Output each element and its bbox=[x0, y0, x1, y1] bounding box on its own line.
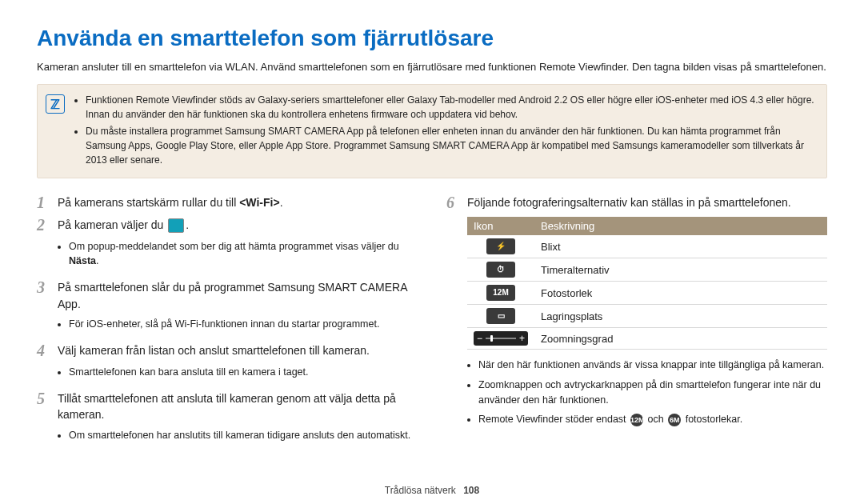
step-3-sub: För iOS-enheter, slå på Wi-Fi-funktionen… bbox=[58, 317, 418, 331]
step-6: 6 Följande fotograferingsalternativ kan … bbox=[446, 193, 827, 212]
step-2-sub: Om popup-meddelandet som ber dig att häm… bbox=[58, 239, 418, 268]
row-desc: Lagringsplats bbox=[534, 305, 827, 328]
step-3-sub-text: För iOS-enheter, slå på Wi-Fi-funktionen… bbox=[69, 317, 418, 331]
remote-viewfinder-icon bbox=[168, 218, 184, 233]
th-icon: Ikon bbox=[467, 217, 534, 235]
step-2-pre: På kameran väljer du bbox=[58, 218, 166, 231]
note-item: Du måste installera programmet Samsung S… bbox=[86, 124, 817, 167]
step-number: 1 bbox=[37, 193, 58, 212]
step-5-sub-text: Om smarttelefonen har anslutits till kam… bbox=[69, 428, 418, 442]
storage-icon: ▭ bbox=[486, 308, 515, 324]
step-3-text: På smarttelefonen slår du på programmet … bbox=[58, 278, 418, 312]
table-row: ⚡ Blixt bbox=[467, 235, 827, 258]
options-table: Ikon Beskrivning ⚡ Blixt ⏱ Timeralternat… bbox=[467, 217, 827, 350]
row-desc: Zoomningsgrad bbox=[534, 328, 827, 350]
step-1-post: . bbox=[280, 196, 283, 209]
step-1-bold: <Wi-Fi> bbox=[239, 196, 279, 209]
step-2-sub-post: . bbox=[96, 255, 98, 266]
row-desc: Blixt bbox=[534, 235, 827, 258]
rn3-mid: och bbox=[645, 414, 666, 425]
step-2-sub-text: Om popup-meddelandet som ber dig att häm… bbox=[69, 241, 399, 252]
step-4-sub-text: Smarttelefonen kan bara ansluta till en … bbox=[69, 365, 418, 379]
step-4: 4 Välj kameran från listan och anslut sm… bbox=[37, 341, 418, 360]
right-column: 6 Följande fotograferingsalternativ kan … bbox=[446, 193, 827, 452]
step-2-post: . bbox=[186, 218, 189, 231]
step-number: 4 bbox=[37, 341, 58, 360]
note-box: ℤ Funktionen Remote Viewfinder stöds av … bbox=[37, 84, 827, 178]
note-list: Funktionen Remote Viewfinder stöds av Ga… bbox=[74, 93, 817, 170]
intro-paragraph: Kameran ansluter till en smarttelefon vi… bbox=[37, 61, 827, 73]
step-4-text: Välj kameran från listan och anslut smar… bbox=[58, 341, 418, 360]
page-footer: Trådlösa nätverk 108 bbox=[0, 485, 864, 496]
step-2-sub-bold: Nästa bbox=[69, 255, 96, 266]
right-notes: När den här funktionen används är vissa … bbox=[467, 358, 827, 427]
step-1: 1 På kamerans startskärm rullar du till … bbox=[37, 193, 418, 212]
flash-icon: ⚡ bbox=[486, 238, 515, 254]
table-row: −+ Zoomningsgrad bbox=[467, 328, 827, 350]
step-number: 3 bbox=[37, 278, 58, 312]
right-note: Zoomknappen och avtryckarknappen på din … bbox=[478, 378, 827, 408]
step-1-pre: På kamerans startskärm rullar du till bbox=[58, 196, 239, 209]
step-5-sub: Om smarttelefonen har anslutits till kam… bbox=[58, 428, 418, 442]
row-desc: Fotostorlek bbox=[534, 282, 827, 305]
th-desc: Beskrivning bbox=[534, 217, 827, 235]
rn3-post: fotostorlekar. bbox=[682, 414, 742, 425]
step-3: 3 På smarttelefonen slår du på programme… bbox=[37, 278, 418, 312]
timer-icon: ⏱ bbox=[486, 262, 515, 278]
footer-page-number: 108 bbox=[463, 485, 479, 496]
size-icon: 12M bbox=[486, 285, 515, 301]
row-desc: Timeralternativ bbox=[534, 258, 827, 282]
step-number: 5 bbox=[37, 389, 58, 423]
note-item: Funktionen Remote Viewfinder stöds av Ga… bbox=[86, 93, 817, 122]
rn3-pre: Remote Viewfinder stöder endast bbox=[478, 414, 629, 425]
photo-size-6m-icon: 6M bbox=[668, 414, 681, 426]
table-row: ⏱ Timeralternativ bbox=[467, 258, 827, 282]
right-note: När den här funktionen används är vissa … bbox=[478, 358, 827, 373]
step-number: 6 bbox=[446, 193, 467, 212]
step-2: 2 På kameran väljer du . bbox=[37, 215, 418, 234]
page-title: Använda en smarttelefon som fjärrutlösar… bbox=[37, 26, 827, 51]
step-5-text: Tillåt smarttelefonen att ansluta till k… bbox=[58, 389, 418, 423]
table-row: ▭ Lagringsplats bbox=[467, 305, 827, 328]
footer-section: Trådlösa nätverk bbox=[385, 485, 456, 496]
photo-size-12m-icon: 12M bbox=[630, 414, 643, 426]
step-number: 2 bbox=[37, 215, 58, 234]
step-5: 5 Tillåt smarttelefonen att ansluta till… bbox=[37, 389, 418, 423]
right-note: Remote Viewfinder stöder endast 12M och … bbox=[478, 412, 827, 427]
step-4-sub: Smarttelefonen kan bara ansluta till en … bbox=[58, 365, 418, 379]
step-6-text: Följande fotograferingsalternativ kan st… bbox=[467, 193, 827, 212]
table-row: 12M Fotostorlek bbox=[467, 282, 827, 305]
note-icon: ℤ bbox=[46, 94, 65, 114]
left-column: 1 På kamerans startskärm rullar du till … bbox=[37, 193, 418, 452]
zoom-icon: −+ bbox=[474, 331, 528, 346]
